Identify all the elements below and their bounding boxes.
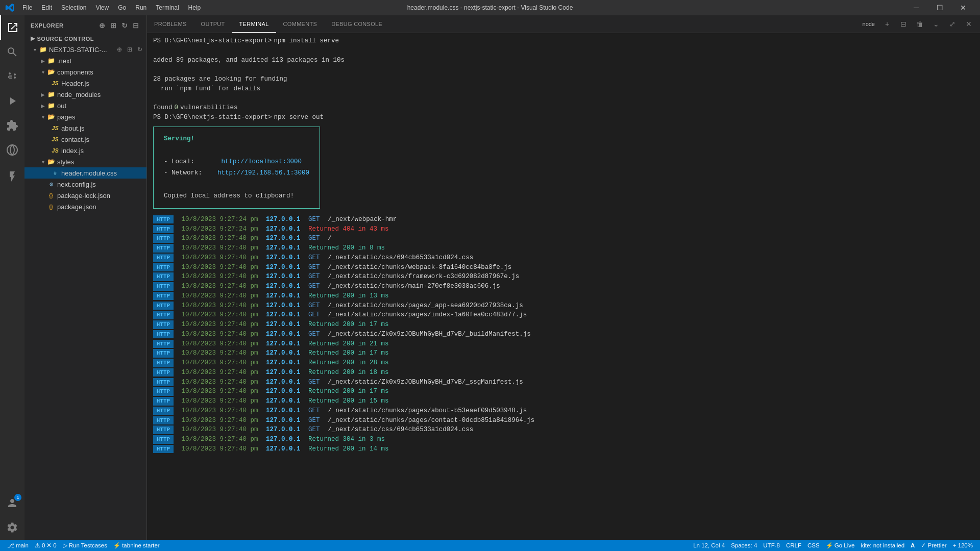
menu-terminal[interactable]: Terminal bbox=[152, 3, 183, 12]
section-arrow: ▶ bbox=[31, 35, 35, 42]
terminal-close-icon[interactable]: ✕ bbox=[962, 17, 976, 31]
branch-icon: ⎇ bbox=[7, 542, 14, 549]
status-encoding[interactable]: UTF-8 bbox=[760, 540, 783, 551]
tree-item-contactjs[interactable]: JS contact.js bbox=[24, 134, 146, 145]
panel-tab-actions[interactable]: node + ⊟ 🗑 ⌄ ⤢ ✕ bbox=[860, 15, 980, 33]
menu-file[interactable]: File bbox=[18, 3, 36, 12]
term-line-blank1 bbox=[153, 46, 974, 56]
sidebar-header-actions[interactable]: ⊕ ⊞ ↻ ⊟ bbox=[97, 21, 140, 30]
tree-item-headerjs[interactable]: JS Header.js bbox=[24, 78, 146, 89]
http-line-13: HTTP 10/8/2023 9:27:40 pm 127.0.0.1 GET … bbox=[153, 330, 974, 339]
activity-item-accounts[interactable]: 1 bbox=[0, 491, 24, 515]
menu-go[interactable]: Go bbox=[114, 3, 130, 12]
status-line-col[interactable]: Ln 12, Col 4 bbox=[690, 540, 728, 551]
status-font[interactable]: A bbox=[908, 540, 918, 551]
tab-problems[interactable]: PROBLEMS bbox=[147, 15, 194, 33]
refresh-icon-tree[interactable]: ↻ bbox=[135, 45, 144, 54]
out-icon: 📁 bbox=[47, 102, 55, 110]
contactjs-label: contact.js bbox=[61, 136, 89, 143]
tree-item-components[interactable]: ▾ 📂 components bbox=[24, 66, 146, 78]
tree-item-styles[interactable]: ▾ 📂 styles bbox=[24, 156, 146, 167]
maximize-button[interactable]: ☐ bbox=[928, 0, 951, 15]
components-folder-icon: 📂 bbox=[47, 68, 55, 76]
new-folder-icon-tree[interactable]: ⊞ bbox=[125, 45, 134, 54]
close-button[interactable]: ✕ bbox=[951, 0, 975, 15]
menu-help[interactable]: Help bbox=[184, 3, 205, 12]
terminal-expand-icon[interactable]: ⤢ bbox=[945, 17, 960, 31]
status-language[interactable]: CSS bbox=[804, 540, 823, 551]
titlebar-menu[interactable]: File Edit Selection View Go Run Terminal… bbox=[18, 3, 205, 12]
activity-item-extensions[interactable] bbox=[0, 113, 24, 138]
minimize-button[interactable]: ─ bbox=[904, 0, 928, 15]
pkglock-icon: {} bbox=[47, 191, 55, 199]
status-eol[interactable]: CRLF bbox=[783, 540, 804, 551]
http-line-22: HTTP 10/8/2023 9:27:40 pm 127.0.0.1 GET … bbox=[153, 416, 974, 425]
terminal-add-icon[interactable]: + bbox=[880, 17, 894, 31]
status-run-testcases[interactable]: ▷ Run Testcases bbox=[60, 540, 110, 551]
terminal-trash-icon[interactable]: 🗑 bbox=[913, 17, 927, 31]
activity-item-flash[interactable] bbox=[0, 164, 24, 189]
new-folder-icon[interactable]: ⊞ bbox=[109, 21, 118, 30]
status-golive[interactable]: ⚡ Go Live bbox=[823, 540, 858, 551]
tree-item-out[interactable]: ▶ 📁 out bbox=[24, 100, 146, 111]
tree-item-aboutjs[interactable]: JS about.js bbox=[24, 122, 146, 134]
term-line-serve-cmd: PS D:\GFG\nextjs-static-export> npx serv… bbox=[153, 113, 974, 122]
components-label: components bbox=[57, 68, 93, 76]
new-file-icon[interactable]: ⊕ bbox=[97, 21, 107, 30]
new-file-icon-tree[interactable]: ⊕ bbox=[115, 45, 124, 54]
status-bar-right: Ln 12, Col 4 Spaces: 4 UTF-8 CRLF CSS ⚡ … bbox=[690, 540, 976, 551]
status-errors[interactable]: ⚠ 0 ✕ 0 bbox=[32, 540, 60, 551]
status-tabnine[interactable]: ⚡ tabnine starter bbox=[110, 540, 163, 551]
tree-item-headercss[interactable]: # header.module.css bbox=[24, 167, 146, 179]
activity-item-explorer[interactable] bbox=[0, 15, 24, 40]
status-spaces[interactable]: Spaces: 4 bbox=[728, 540, 760, 551]
http-line-15: HTTP 10/8/2023 9:27:40 pm 127.0.0.1 Retu… bbox=[153, 348, 974, 358]
terminal-split-icon[interactable]: ⊟ bbox=[896, 17, 911, 31]
tab-debug-console[interactable]: DEBUG CONSOLE bbox=[324, 15, 389, 33]
activity-item-settings[interactable] bbox=[0, 515, 24, 540]
tree-item-nextconfig[interactable]: ▶ ⚙ next.config.js bbox=[24, 179, 146, 190]
nodemodules-label: node_modules bbox=[57, 91, 101, 98]
http-line-19: HTTP 10/8/2023 9:27:40 pm 127.0.0.1 Retu… bbox=[153, 387, 974, 396]
repo-root[interactable]: ▾ 📁 NEXTJS-STATIC-... ⊕ ⊞ ↻ bbox=[24, 44, 146, 55]
status-zoom[interactable]: + 120% bbox=[950, 540, 976, 551]
menu-run[interactable]: Run bbox=[131, 3, 151, 12]
error-count: 0 bbox=[42, 542, 45, 548]
tree-item-pages[interactable]: ▾ 📂 pages bbox=[24, 111, 146, 122]
source-control-section[interactable]: ▶ SOURCE CONTROL bbox=[24, 33, 146, 44]
activity-item-search[interactable] bbox=[0, 40, 24, 64]
titlebar-left: File Edit Selection View Go Run Terminal… bbox=[5, 3, 205, 12]
http-line-3: HTTP 10/8/2023 9:27:40 pm 127.0.0.1 GET … bbox=[153, 234, 974, 243]
tab-output[interactable]: OUTPUT bbox=[194, 15, 232, 33]
activity-item-remote[interactable] bbox=[0, 138, 24, 162]
svg-point-0 bbox=[7, 145, 17, 155]
menu-edit[interactable]: Edit bbox=[37, 3, 56, 12]
tree-item-next[interactable]: ▶ 📁 .next bbox=[24, 55, 146, 66]
warning-count: 0 bbox=[53, 542, 56, 548]
terminal-content[interactable]: PS D:\GFG\nextjs-static-export> npm inst… bbox=[147, 33, 980, 540]
status-branch[interactable]: ⎇ main bbox=[4, 540, 32, 551]
tree-item-nodemodules[interactable]: ▶ 📁 node_modules bbox=[24, 89, 146, 100]
status-prettier[interactable]: ✓ Prettier bbox=[918, 540, 949, 551]
tab-terminal[interactable]: TERMINAL bbox=[232, 15, 276, 33]
tree-item-indexjs[interactable]: JS index.js bbox=[24, 145, 146, 156]
pages-label: pages bbox=[57, 113, 75, 121]
collapse-icon[interactable]: ⊟ bbox=[131, 21, 140, 30]
refresh-icon[interactable]: ↻ bbox=[120, 21, 129, 30]
tree-item-pkg[interactable]: ▶ {} package.json bbox=[24, 201, 146, 212]
close-icon-status: ✕ bbox=[46, 542, 52, 549]
http-line-24: HTTP 10/8/2023 9:27:40 pm 127.0.0.1 Retu… bbox=[153, 435, 974, 444]
tabnine-label: ⚡ tabnine starter bbox=[113, 542, 160, 549]
aboutjs-label: about.js bbox=[61, 124, 85, 132]
term-line-blank2 bbox=[153, 65, 974, 74]
menu-selection[interactable]: Selection bbox=[57, 3, 90, 12]
terminal-more-icon[interactable]: ⌄ bbox=[929, 17, 943, 31]
window-controls[interactable]: ─ ☐ ✕ bbox=[904, 0, 975, 15]
menu-view[interactable]: View bbox=[91, 3, 113, 12]
activity-item-source-control[interactable] bbox=[0, 64, 24, 89]
tab-comments[interactable]: COMMENTS bbox=[276, 15, 325, 33]
status-kite[interactable]: kite: not installed bbox=[857, 540, 908, 551]
tree-item-pkglock[interactable]: ▶ {} package-lock.json bbox=[24, 190, 146, 201]
activity-item-run[interactable] bbox=[0, 89, 24, 113]
http-line-14: HTTP 10/8/2023 9:27:40 pm 127.0.0.1 Retu… bbox=[153, 339, 974, 349]
